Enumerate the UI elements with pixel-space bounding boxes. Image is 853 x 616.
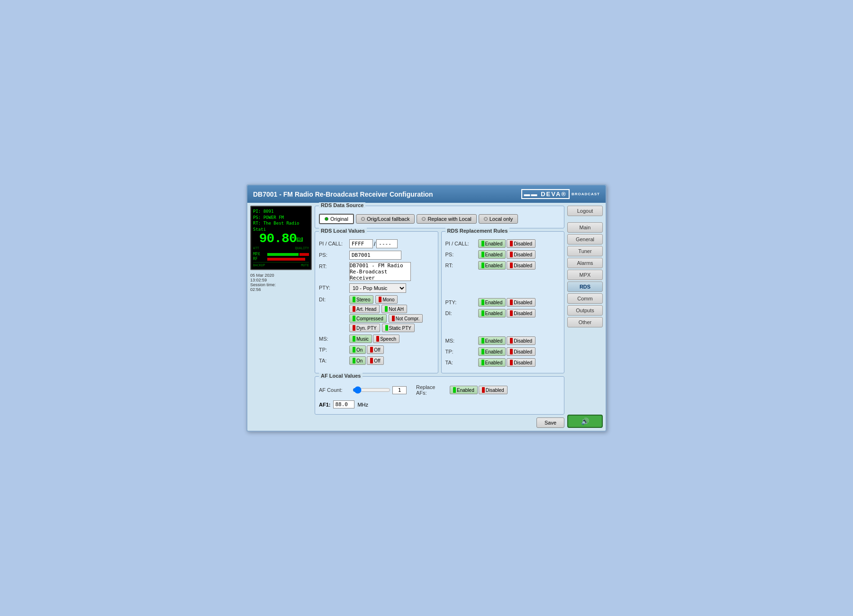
mono-button[interactable]: Mono [375,295,398,304]
att-quality: ATT QUALITY [253,246,309,250]
att-label: ATT [253,246,259,250]
repl-pty-row: PTY: Enabled Disabled [445,298,561,307]
repl-ms-disabled-button[interactable]: Disabled [507,336,535,345]
not-ah-button[interactable]: Not AH [381,305,407,313]
af1-label: AF1: [319,402,330,408]
repl-pty-enabled-indicator [481,299,484,305]
left-panel: PI: 8091 PS: POWER FM RT: The Best Radio… [250,206,312,428]
logo-text: ▬▬ DEVA® [521,189,570,199]
af-count-input[interactable] [392,386,407,394]
nav-main-button[interactable]: Main [567,222,603,233]
pty-select[interactable]: 10 - Pop Music [349,283,406,293]
orig-local-fallback-button[interactable]: Orig/Local fallback [356,214,415,224]
dyn-pty-button[interactable]: Dyn. PTY [349,324,380,332]
ms-label: MS: [319,335,347,342]
repl-di-row: DI: Enabled Disabled [445,309,561,317]
replace-afs-toggle: Enabled Disabled [450,386,508,394]
af-count-row: AF Count: [319,386,407,394]
repl-ps-toggle: Enabled Disabled [478,250,536,259]
ta-on-label: On [356,358,363,363]
repl-ps-disabled-button[interactable]: Disabled [507,250,535,259]
local-only-button[interactable]: Local only [479,214,518,224]
tp-off-button[interactable]: Off [367,345,383,354]
repl-ta-disabled-label: Disabled [514,360,532,365]
nav-other-button[interactable]: Other [567,317,603,327]
tp-label: TP: [319,345,347,353]
art-head-button[interactable]: Art. Head [349,305,380,313]
session-label: Session time: [250,282,312,287]
af1-input[interactable] [333,400,354,408]
repl-tp-disabled-button[interactable]: Disabled [507,347,535,356]
repl-pi-disabled-button[interactable]: Disabled [507,239,535,248]
nav-tuner-button[interactable]: Tuner [567,246,603,256]
repl-ms-disabled-indicator [510,338,513,344]
nav-outputs-button[interactable]: Outputs [567,305,603,316]
repl-di-label: DI: [445,310,476,316]
replace-with-local-indicator [422,217,426,221]
repl-di-enabled-button[interactable]: Enabled [478,309,506,317]
nav-comm-button[interactable]: Comm [567,293,603,304]
mpx-bar-green [267,253,299,256]
af-count-label: AF Count: [319,387,350,393]
repl-rt-disabled-button[interactable]: Disabled [507,261,535,270]
repl-pi-enabled-label: Enabled [485,241,503,246]
static-pty-button[interactable]: Static PTY [382,324,415,332]
pi-sub-input[interactable] [376,239,398,248]
replace-with-local-button[interactable]: Replace with Local [417,214,476,224]
save-button[interactable]: Save [536,417,564,428]
mpx-bar-red [299,253,309,256]
repl-ms-disabled-label: Disabled [514,338,532,344]
ta-row: TA: On Off [319,356,434,365]
pi-main-input[interactable] [349,239,373,248]
replace-afs-enabled-button[interactable]: Enabled [450,386,478,394]
hd-badge: HD [297,237,303,242]
freq-display: 90.80 [259,232,297,245]
title-bar: DB7001 - FM Radio Re-Broadcast Receiver … [247,185,606,203]
speech-button[interactable]: Speech [373,335,399,343]
tp-off-indicator [370,347,373,353]
ta-off-button[interactable]: Off [367,356,383,365]
original-label: Original [330,216,348,222]
ta-on-button[interactable]: On [349,356,366,365]
speaker-button[interactable]: 🔊 [567,415,603,428]
radio-rt: RT: The Best Radio Stati [253,220,309,232]
repl-tp-disabled-label: Disabled [514,349,532,354]
repl-pty-disabled-button[interactable]: Disabled [507,298,535,307]
original-button[interactable]: Original [319,214,354,224]
repl-ta-disabled-button[interactable]: Disabled [507,358,535,367]
replace-afs-disabled-button[interactable]: Disabled [479,386,508,394]
not-compr-button[interactable]: Not Compr. [389,314,423,323]
music-button[interactable]: Music [349,335,372,343]
nav-mpx-button[interactable]: MPX [567,270,603,280]
repl-ps-label: PS: [445,252,476,257]
repl-rt-toggle: Enabled Disabled [478,261,536,270]
di-label: DI: [319,295,347,302]
di-stereo-row: Stereo Mono [349,295,423,304]
ps-input[interactable] [349,251,401,260]
repl-ms-enabled-button[interactable]: Enabled [478,336,506,345]
nav-general-button[interactable]: General [567,234,603,245]
af1-row: AF1: MHz [319,400,560,408]
af-count-slider[interactable] [353,386,390,394]
ps-row: PS: [319,251,434,260]
local-values-content: PI / CALL: / PS: [319,239,434,365]
repl-ps-enabled-button[interactable]: Enabled [478,250,506,259]
rf-bar-red [267,258,305,261]
repl-pi-row: PI / CALL: Enabled Disabled [445,239,561,248]
repl-tp-enabled-button[interactable]: Enabled [478,347,506,356]
nav-rds-button[interactable]: RDS [567,281,603,292]
rt-textarea[interactable]: DB7001 - FM Radio Re-Broadcast Receiver [349,262,411,281]
repl-pi-enabled-button[interactable]: Enabled [478,239,506,248]
rds-data-source-section: RDS Data Source Original Orig/Local fall… [315,206,564,228]
nav-alarms-button[interactable]: Alarms [567,258,603,268]
tp-on-button[interactable]: On [349,345,366,354]
logout-button[interactable]: Logout [567,206,603,216]
repl-ta-enabled-button[interactable]: Enabled [478,358,506,367]
stereo-button[interactable]: Stereo [349,295,373,304]
repl-rt-enabled-button[interactable]: Enabled [478,261,506,270]
compressed-button[interactable]: Compressed [349,314,387,323]
repl-pty-enabled-button[interactable]: Enabled [478,298,506,307]
replace-with-local-label: Replace with Local [427,216,471,222]
repl-di-disabled-button[interactable]: Disabled [507,309,535,317]
repl-di-toggle: Enabled Disabled [478,309,536,317]
